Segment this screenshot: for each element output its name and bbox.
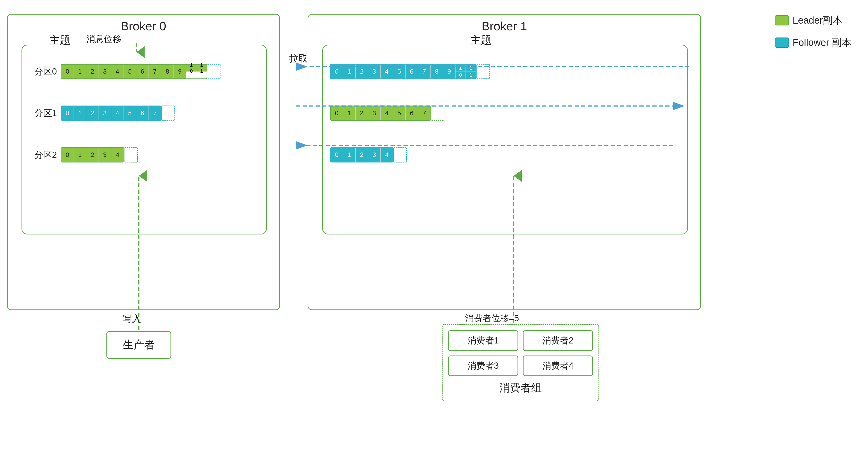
cell: 7 — [149, 65, 161, 79]
broker0-partition1-label: 分区1 — [29, 108, 57, 119]
broker1-partition2-row: 0 1 2 3 4 — [330, 147, 407, 163]
legend-follower-color — [775, 37, 789, 48]
dashed-b1p0 — [476, 64, 490, 79]
producer-box: 生产者 — [106, 331, 171, 359]
cell: 6 — [406, 106, 418, 120]
broker1-partition-area: 0 1 2 3 4 5 6 7 8 9 1 0 1 1 — [322, 45, 688, 234]
cell: 8 — [431, 65, 443, 79]
cell: 0 — [61, 148, 74, 162]
cell-stack: 11 — [196, 65, 207, 79]
cell: 4 — [380, 65, 393, 79]
consumer-offset-label: 消费者位移=5 — [465, 313, 519, 324]
cell: 0 — [61, 106, 74, 120]
cell: 7 — [418, 65, 431, 79]
cell: 6 — [136, 106, 149, 120]
legend: Leader副本 Follower 副本 — [775, 14, 863, 58]
cell: 3 — [368, 148, 380, 162]
broker0-title: Broker 0 — [8, 14, 279, 33]
legend-leader-label: Leader副本 — [793, 14, 842, 27]
cell: 5 — [124, 106, 136, 120]
cell: 2 — [355, 106, 368, 120]
dashed-cell-p0 — [207, 64, 220, 79]
cell: 7 — [149, 106, 161, 120]
cell: 8 — [161, 65, 174, 79]
cell: 1 — [74, 106, 86, 120]
broker0-partition-area: 分区0 0 1 2 3 4 5 6 7 8 9 10 11 — [22, 45, 267, 234]
cell: 1 — [343, 106, 355, 120]
consumer2-label: 消费者2 — [542, 335, 574, 345]
broker1-partition0-cells: 0 1 2 3 4 5 6 7 8 9 1 0 1 1 — [330, 64, 476, 79]
cell: 4 — [111, 106, 124, 120]
consumer-group-container: 消费者1 消费者2 消费者3 消费者4 消费者组 — [442, 324, 599, 401]
cell: 1 — [343, 148, 355, 162]
legend-follower: Follower 副本 — [775, 36, 863, 49]
consumer3-label: 消费者3 — [468, 361, 499, 371]
cell: 3 — [368, 65, 380, 79]
consumer4-label: 消费者4 — [542, 361, 574, 371]
cell: 4 — [111, 65, 124, 79]
broker0-partition2-row: 分区2 0 1 2 3 4 — [29, 147, 138, 163]
cell: 4 — [380, 106, 393, 120]
cell: 3 — [99, 148, 111, 162]
broker0-partition0-label: 分区0 — [29, 66, 57, 78]
cell-stack-b1p0b: 1 1 — [466, 65, 476, 79]
cell: 2 — [86, 106, 99, 120]
producer-label: 生产者 — [123, 338, 155, 352]
dashed-cell-p2 — [124, 147, 138, 163]
cell: 2 — [355, 148, 368, 162]
legend-follower-label: Follower 副本 — [793, 36, 851, 49]
cell: 1 — [74, 148, 86, 162]
cell: 5 — [393, 65, 406, 79]
dashed-cell-p1 — [161, 106, 175, 121]
cell: 9 — [174, 65, 186, 79]
cell: 4 — [111, 148, 124, 162]
cell-stack: 10 — [186, 65, 196, 79]
cell: 1 — [343, 65, 355, 79]
cell-stack-b1p0: 1 0 — [456, 65, 466, 79]
cell: 6 — [406, 65, 418, 79]
cell: 2 — [86, 65, 99, 79]
cell: 4 — [380, 148, 393, 162]
broker0-box: Broker 0 主题 消息位移 分区0 0 1 2 3 4 5 6 7 8 9 — [7, 14, 280, 310]
consumer2-box: 消费者2 — [523, 330, 593, 351]
cell: 7 — [418, 106, 431, 120]
cell: 5 — [124, 65, 136, 79]
consumer1-box: 消费者1 — [448, 330, 518, 351]
cell: 9 — [443, 65, 456, 79]
broker0-partition1-cells: 0 1 2 3 4 5 6 7 — [61, 106, 162, 121]
broker0-partition0-cells: 0 1 2 3 4 5 6 7 8 9 10 11 — [61, 64, 207, 79]
consumer3-box: 消费者3 — [448, 355, 518, 376]
broker1-box: Broker 1 主题 0 1 2 3 4 5 6 7 8 9 1 — [308, 14, 701, 310]
broker1-title: Broker 1 — [308, 14, 700, 33]
cell: 3 — [368, 106, 380, 120]
consumer-grid: 消费者1 消费者2 消费者3 消费者4 — [448, 330, 593, 376]
cell: 1 — [74, 65, 86, 79]
broker0-partition2-label: 分区2 — [29, 149, 57, 161]
broker1-partition1-row: 0 1 2 3 4 5 6 7 — [330, 106, 444, 121]
broker1-partition1-cells: 0 1 2 3 4 5 6 7 — [330, 106, 431, 121]
broker1-partition0-row: 0 1 2 3 4 5 6 7 8 9 1 0 1 1 — [330, 64, 490, 79]
cell: 0 — [331, 65, 343, 79]
consumer1-label: 消费者1 — [468, 335, 499, 345]
cell: 5 — [393, 106, 406, 120]
pull-label: 拉取 — [289, 52, 308, 65]
cell: 0 — [331, 106, 343, 120]
broker0-offset-label: 消息位移 — [86, 33, 121, 45]
write-label: 写入 — [123, 313, 141, 325]
dashed-b1p2 — [393, 147, 407, 163]
broker0-partition1-row: 分区1 0 1 2 3 4 5 6 7 — [29, 106, 175, 121]
consumer-group-label: 消费者组 — [448, 381, 593, 395]
broker0-partition2-cells: 0 1 2 3 4 — [61, 147, 124, 163]
broker1-partition2-cells: 0 1 2 3 4 — [330, 147, 394, 163]
cell: 0 — [331, 148, 343, 162]
cell: 2 — [86, 148, 99, 162]
legend-leader-color — [775, 15, 789, 26]
dashed-b1p1 — [431, 106, 444, 121]
cell: 0 — [61, 65, 74, 79]
cell: 2 — [355, 65, 368, 79]
legend-leader: Leader副本 — [775, 14, 863, 27]
cell: 3 — [99, 106, 111, 120]
consumer4-box: 消费者4 — [523, 355, 593, 376]
cell: 3 — [99, 65, 111, 79]
broker0-partition0-row: 分区0 0 1 2 3 4 5 6 7 8 9 10 11 — [29, 64, 220, 79]
